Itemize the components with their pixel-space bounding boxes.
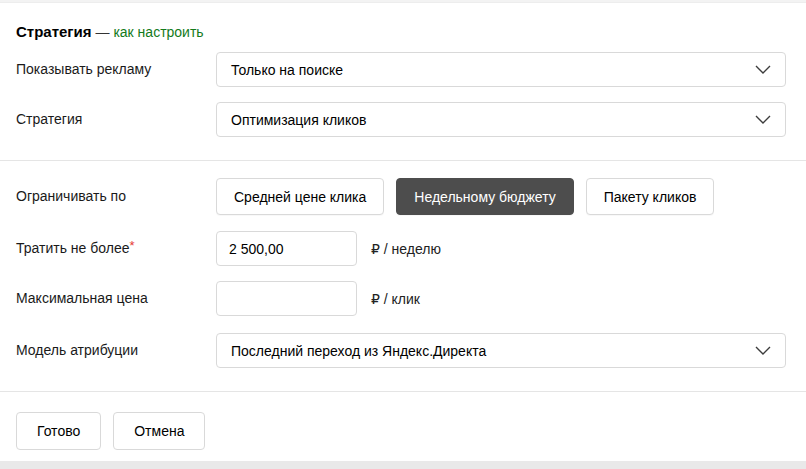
- strategy-value: Оптимизация кликов: [231, 112, 366, 128]
- toggle-weekly-budget[interactable]: Недельному бюджету: [396, 178, 573, 215]
- limit-by-toggle-group: Средней цене клика Недельному бюджету Па…: [216, 178, 714, 215]
- spend-limit-row: Тратить не более* ₽ / неделю: [16, 231, 786, 266]
- attribution-select[interactable]: Последний переход из Яндекс.Директа: [216, 333, 786, 368]
- required-asterisk: *: [130, 238, 135, 253]
- chevron-down-icon: [755, 346, 771, 355]
- show-ads-value: Только на поиске: [231, 62, 343, 78]
- strategy-row: Стратегия Оптимизация кликов: [16, 102, 786, 137]
- section-header: Стратегия — как настроить: [16, 23, 786, 41]
- show-ads-select[interactable]: Только на поиске: [216, 52, 786, 87]
- limit-by-label: Ограничивать по: [16, 188, 216, 205]
- strategy-select[interactable]: Оптимизация кликов: [216, 102, 786, 137]
- section-divider: [0, 160, 806, 161]
- attribution-label: Модель атрибуции: [16, 342, 216, 359]
- cancel-button[interactable]: Отмена: [113, 412, 205, 450]
- strategy-section: Стратегия — как настроить Показывать рек…: [0, 23, 806, 137]
- title-dash: —: [92, 24, 114, 40]
- page-background-strip: [0, 461, 806, 469]
- weekly-budget-input[interactable]: [216, 231, 357, 266]
- top-divider: [0, 0, 806, 3]
- max-cpc-unit: ₽ / клик: [371, 291, 420, 307]
- strategy-control: Оптимизация кликов: [216, 102, 786, 137]
- limit-by-row: Ограничивать по Средней цене клика Недел…: [16, 178, 786, 215]
- toggle-click-package[interactable]: Пакету кликов: [586, 178, 715, 215]
- max-price-control: ₽ / клик: [216, 281, 786, 316]
- attribution-control: Последний переход из Яндекс.Директа: [216, 333, 786, 368]
- section-title: Стратегия: [16, 23, 92, 40]
- chevron-down-icon: [755, 115, 771, 124]
- spend-limit-label: Тратить не более*: [16, 240, 216, 257]
- spend-limit-control: ₽ / неделю: [216, 231, 786, 266]
- toggle-average-cpc[interactable]: Средней цене клика: [216, 178, 384, 215]
- show-ads-row: Показывать рекламу Только на поиске: [16, 52, 786, 87]
- max-price-row: Максимальная цена ₽ / клик: [16, 281, 786, 316]
- limits-section: Ограничивать по Средней цене клика Недел…: [0, 178, 806, 368]
- max-cpc-input[interactable]: [216, 281, 357, 316]
- limit-by-control: Средней цене клика Недельному бюджету Па…: [216, 178, 786, 215]
- strategy-settings-panel: Стратегия — как настроить Показывать рек…: [0, 0, 806, 469]
- show-ads-control: Только на поиске: [216, 52, 786, 87]
- max-price-label: Максимальная цена: [16, 290, 216, 307]
- attribution-value: Последний переход из Яндекс.Директа: [231, 343, 486, 359]
- how-to-configure-link[interactable]: как настроить: [113, 24, 203, 40]
- footer-divider: [0, 391, 806, 392]
- weekly-budget-unit: ₽ / неделю: [371, 241, 441, 257]
- strategy-label: Стратегия: [16, 111, 216, 128]
- attribution-row: Модель атрибуции Последний переход из Ян…: [16, 333, 786, 368]
- show-ads-label: Показывать рекламу: [16, 61, 216, 78]
- done-button[interactable]: Готово: [16, 412, 101, 450]
- form-actions: Готово Отмена: [0, 412, 806, 450]
- chevron-down-icon: [755, 65, 771, 74]
